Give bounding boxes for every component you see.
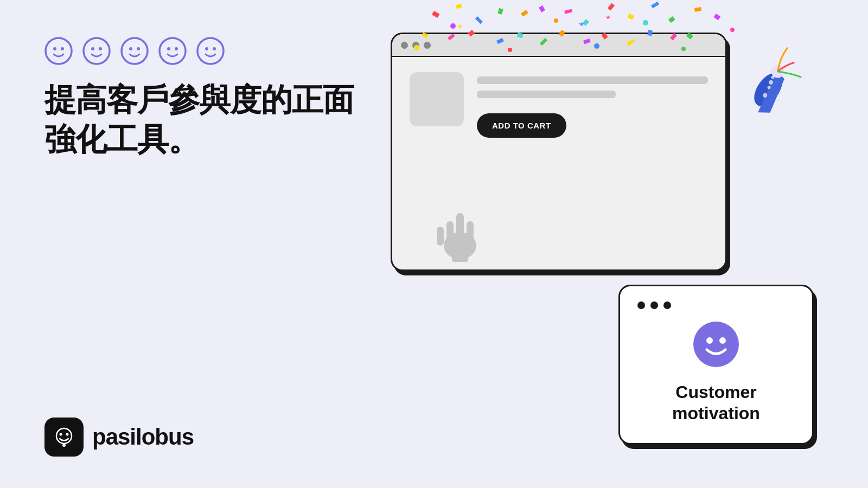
svg-point-72 — [719, 337, 726, 344]
svg-rect-32 — [583, 19, 590, 26]
browser-window: ADD TO CART — [391, 33, 727, 271]
svg-point-70 — [693, 322, 739, 367]
svg-rect-23 — [437, 227, 444, 246]
svg-point-5 — [99, 47, 102, 50]
main-heading: 提高客戶參與度的正面 強化工具。 — [44, 80, 354, 159]
logo-icon — [44, 418, 84, 457]
add-to-cart-button[interactable]: ADD TO CART — [477, 113, 566, 138]
svg-point-9 — [159, 38, 186, 64]
svg-point-58 — [730, 28, 735, 32]
svg-rect-36 — [668, 16, 675, 23]
product-info: ADD TO CART — [477, 72, 708, 138]
browser-content: ADD TO CART — [392, 57, 725, 153]
logo-area: pasilobus — [44, 418, 194, 457]
svg-point-6 — [122, 38, 148, 64]
hand-cursor-icon — [436, 197, 484, 262]
svg-point-55 — [450, 23, 456, 29]
svg-point-3 — [84, 38, 110, 64]
smiley-row — [44, 37, 225, 65]
smiley-icon-4 — [158, 37, 187, 65]
svg-rect-28 — [497, 8, 503, 15]
svg-rect-29 — [521, 10, 528, 17]
card-dot-1 — [637, 301, 645, 309]
svg-point-7 — [129, 47, 132, 50]
svg-point-16 — [60, 433, 62, 436]
traffic-dot-1 — [401, 42, 408, 49]
card-dot-2 — [650, 301, 658, 309]
card-title: Customer motivation — [637, 382, 795, 423]
traffic-dot-2 — [412, 42, 419, 49]
product-line-2 — [477, 91, 616, 98]
svg-rect-26 — [456, 4, 462, 9]
smiley-icon-2 — [82, 37, 111, 65]
svg-point-10 — [167, 47, 170, 50]
svg-rect-30 — [539, 5, 545, 12]
party-popper — [722, 43, 816, 138]
svg-rect-34 — [628, 14, 634, 20]
svg-marker-54 — [605, 15, 611, 19]
hand-cursor-area — [436, 197, 484, 264]
svg-rect-38 — [713, 14, 720, 20]
traffic-dot-3 — [424, 42, 431, 49]
heading-line2: 強化工具。 — [44, 120, 354, 159]
smiley-icon-3 — [120, 37, 149, 65]
browser-titlebar — [392, 34, 725, 57]
svg-point-14 — [213, 47, 216, 50]
svg-marker-53 — [578, 22, 584, 26]
svg-point-57 — [643, 20, 648, 25]
svg-rect-22 — [467, 221, 474, 244]
svg-rect-25 — [432, 11, 439, 18]
svg-rect-37 — [694, 7, 701, 12]
svg-rect-20 — [456, 213, 464, 243]
smiley-icon-1 — [44, 37, 73, 65]
svg-point-2 — [61, 47, 64, 50]
heading-line1: 提高客戶參與度的正面 — [44, 80, 354, 120]
product-thumbnail — [410, 72, 464, 126]
svg-rect-27 — [475, 16, 483, 24]
svg-rect-31 — [564, 9, 572, 14]
svg-marker-52 — [457, 24, 463, 28]
motivation-card: Customer motivation — [618, 285, 814, 445]
svg-point-4 — [91, 47, 94, 50]
svg-point-17 — [66, 433, 69, 436]
card-dots — [637, 301, 795, 309]
svg-rect-35 — [651, 2, 659, 8]
svg-point-8 — [137, 47, 140, 50]
svg-rect-33 — [608, 3, 615, 11]
svg-point-12 — [197, 38, 224, 64]
svg-point-11 — [175, 47, 178, 50]
svg-point-13 — [205, 47, 208, 50]
party-popper-icon — [722, 43, 815, 137]
svg-point-71 — [706, 337, 713, 344]
card-smiley-icon — [692, 320, 741, 369]
product-line-1 — [477, 76, 708, 84]
card-dot-3 — [663, 301, 671, 309]
svg-point-56 — [554, 18, 558, 23]
svg-rect-24 — [452, 251, 468, 262]
svg-point-1 — [53, 47, 56, 50]
svg-point-0 — [46, 38, 72, 64]
svg-point-18 — [62, 444, 66, 447]
smiley-icon-5 — [196, 37, 225, 65]
logo-text: pasilobus — [92, 424, 194, 450]
pasilobus-icon — [52, 425, 76, 450]
svg-rect-21 — [446, 221, 454, 246]
